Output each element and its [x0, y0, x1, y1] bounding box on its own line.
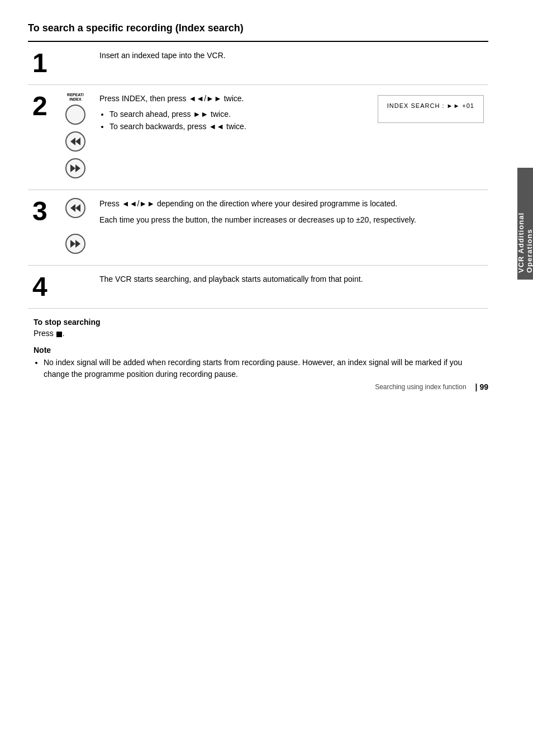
step-2-text-block: Press INDEX, then press ◄◄/►► twice. To …	[99, 93, 367, 136]
svg-marker-5	[70, 204, 75, 212]
stop-section: To stop searching Press .	[28, 318, 488, 338]
step-2-icon-stack: REPEAT/INDEX	[60, 93, 91, 182]
footer-text: Searching using index function	[375, 383, 466, 391]
note-title: Note	[34, 346, 488, 355]
rewind-icon	[70, 204, 80, 212]
step-2-icons: REPEAT/INDEX	[56, 85, 95, 190]
svg-marker-1	[70, 138, 75, 145]
table-row: 1 Insert an indexed tape into the VCR.	[28, 42, 488, 85]
table-row: 2 REPEAT/INDEX	[28, 85, 488, 190]
note-item-1: No index signal will be added when recor…	[44, 357, 488, 380]
rewind-arrows-icon	[70, 138, 80, 145]
fastforward-button-icon	[65, 158, 85, 178]
note-list: No index signal will be added when recor…	[44, 357, 488, 380]
note-section: Note No index signal will be added when …	[28, 346, 488, 380]
step-3-ff-icon	[65, 234, 85, 254]
page-footer: Searching using index function | 99	[28, 382, 488, 391]
index-search-display: INDEX SEARCH : ►► +01	[378, 95, 484, 123]
svg-marker-2	[70, 164, 75, 172]
step-number-2: 2	[28, 85, 56, 190]
table-row: 4 The VCR starts searching, and playback…	[28, 266, 488, 309]
repeat-index-button-icon	[65, 105, 85, 125]
stop-icon	[56, 332, 62, 337]
page-title: To search a specific recording (Index se…	[28, 22, 488, 34]
ff-icon	[70, 240, 80, 248]
svg-marker-7	[75, 240, 80, 248]
svg-marker-4	[75, 204, 80, 212]
step-number-4: 4	[28, 266, 56, 309]
rewind-button-icon	[65, 131, 85, 152]
step-4-content: The VCR starts searching, and playback s…	[95, 266, 488, 309]
step-1-text: Insert an indexed tape into the VCR.	[99, 50, 484, 62]
step-number-1: 1	[28, 42, 56, 85]
svg-marker-0	[75, 138, 80, 145]
steps-table: 1 Insert an indexed tape into the VCR. 2…	[28, 42, 488, 309]
step-3-icon-stack	[60, 198, 91, 257]
step-2-bullet-2: To search backwards, press ◄◄ twice.	[110, 120, 367, 133]
step-2-main-text: Press INDEX, then press ◄◄/►► twice.	[99, 93, 367, 105]
page-container: To search a specific recording (Index se…	[0, 0, 533, 403]
step-4-text: The VCR starts searching, and playback s…	[99, 273, 484, 285]
side-tab: VCR Additional Operations	[517, 168, 533, 280]
fastforward-arrows-icon	[70, 164, 80, 172]
step-2-bullet-1: To search ahead, press ►► twice.	[110, 108, 367, 120]
step-1-icons	[56, 42, 95, 85]
stop-section-text: Press .	[34, 329, 488, 338]
step-3-main-text: Press ◄◄/►► depending on the direction w…	[99, 198, 484, 210]
step-3-extra-text: Each time you press the button, the numb…	[99, 214, 484, 226]
step-3-rewind-icon	[65, 198, 85, 218]
stop-section-title: To stop searching	[34, 318, 488, 327]
svg-marker-3	[75, 164, 80, 172]
step-3-content: Press ◄◄/►► depending on the direction w…	[95, 190, 488, 266]
repeat-index-label: REPEAT/INDEX	[67, 93, 84, 101]
display-text: INDEX SEARCH : ►► +01	[387, 102, 474, 109]
page-number: | 99	[475, 382, 488, 391]
svg-marker-6	[70, 240, 75, 248]
step-2-content: Press INDEX, then press ◄◄/►► twice. To …	[95, 85, 488, 190]
step-3-icons	[56, 190, 95, 266]
table-row: 3	[28, 190, 488, 266]
step-number-3: 3	[28, 190, 56, 266]
step-2-content-row: Press INDEX, then press ◄◄/►► twice. To …	[99, 93, 484, 136]
step-2-bullets: To search ahead, press ►► twice. To sear…	[110, 108, 367, 133]
step-4-icons	[56, 266, 95, 309]
step-1-content: Insert an indexed tape into the VCR.	[95, 42, 488, 85]
